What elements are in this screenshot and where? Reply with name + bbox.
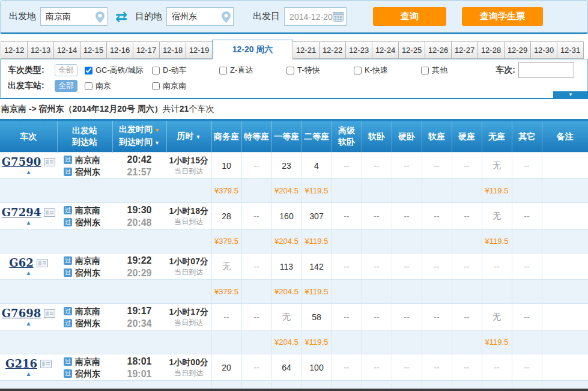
train-type-checkbox[interactable] — [85, 67, 92, 74]
column-header[interactable]: 出发时间▼到达时间▼ — [112, 120, 166, 153]
to-input[interactable] — [172, 12, 220, 22]
seat-availability: -- — [241, 253, 271, 280]
train-type-item[interactable]: D-动车 — [152, 65, 219, 76]
station-name: 宿州东 — [75, 216, 100, 228]
train-price-row: ¥379.5¥204.5¥119.5¥119.5 — [0, 229, 588, 253]
date-tab[interactable]: 12-31 — [557, 41, 584, 59]
column-header: 软卧 — [362, 120, 392, 153]
seat-price — [512, 280, 542, 304]
train-type-checkbox[interactable] — [421, 67, 429, 74]
arrive-day-note: 当日到达 — [166, 368, 211, 378]
train-number-link[interactable]: G7698 — [2, 307, 41, 320]
train-info-icon[interactable] — [44, 208, 55, 217]
train-type-checkbox[interactable] — [152, 67, 160, 74]
depart-station-checkbox[interactable] — [152, 82, 160, 90]
arrival-time: 20:29 — [112, 267, 166, 279]
date-tab[interactable]: 12-28 — [477, 41, 505, 59]
calendar-icon[interactable] — [333, 11, 344, 22]
date-tab[interactable]: 12-23 — [345, 41, 372, 59]
train-type-checkbox[interactable] — [219, 67, 227, 74]
query-student-button[interactable]: 查询学生票 — [462, 7, 543, 26]
expand-arrow[interactable]: ▲ — [0, 220, 57, 226]
date-tab[interactable]: 12-30 — [530, 41, 557, 59]
date-tab[interactable]: 12-22 — [319, 41, 346, 59]
date-tab[interactable]: 12-13 — [27, 41, 54, 59]
date-tab[interactable]: 12-27 — [451, 41, 478, 59]
train-number-link[interactable]: G7294 — [2, 206, 41, 219]
date-tab[interactable]: 12-24 — [372, 41, 399, 59]
train-type-item[interactable]: Z-直达 — [219, 65, 286, 76]
column-header-label: 特等座 — [244, 132, 269, 141]
train-info-icon[interactable] — [44, 309, 55, 318]
seat-availability: -- — [512, 253, 542, 280]
train-cell: G62▲ — [0, 253, 57, 280]
column-header-label: 备注 — [557, 132, 574, 141]
train-cell: G216▲ — [0, 354, 57, 381]
seat-availability: -- — [452, 203, 482, 229]
seat-availability: -- — [452, 253, 482, 280]
expand-arrow[interactable]: ▲ — [0, 270, 57, 276]
date-tab[interactable]: 12-12 — [1, 41, 28, 59]
train-number-link[interactable]: G7590 — [2, 156, 41, 168]
date-tab[interactable]: 12-15 — [80, 41, 107, 59]
train-info-icon[interactable] — [37, 259, 48, 267]
depart-station-checkbox[interactable] — [85, 82, 92, 90]
train-info-row: G7294▲过南京南过宿州东19:3020:481小时18分当日到达28--16… — [0, 203, 588, 229]
date-tab[interactable]: 12-14 — [53, 41, 80, 59]
train-number-link[interactable]: G216 — [5, 357, 37, 370]
depart-station-label: 出发车站: — [8, 80, 55, 91]
station-filter-list: 南京南京南 — [85, 80, 219, 91]
date-tab[interactable]: 12-18 — [159, 41, 186, 59]
date-tab[interactable]: 12-26 — [425, 41, 452, 59]
column-header[interactable]: 历时▼ — [166, 120, 211, 153]
train-type-item[interactable]: GC-高铁/城际 — [85, 65, 152, 76]
summary-count: 21 — [180, 104, 189, 114]
train-info-row: G216▲过南京南过宿州东18:0119:011小时00分当日到达20--641… — [0, 354, 588, 381]
train-code-input[interactable] — [518, 62, 574, 78]
train-number-line: G7294 — [0, 206, 57, 219]
train-number-link[interactable]: G62 — [9, 256, 33, 269]
query-button[interactable]: 查询 — [373, 7, 446, 26]
date-tab[interactable]: 12-21 — [292, 41, 320, 59]
date-tab[interactable]: 12-29 — [504, 41, 531, 59]
swap-stations-icon[interactable]: ⇄ — [115, 10, 127, 24]
station-all-button[interactable]: 全部 — [55, 80, 77, 92]
date-input[interactable] — [289, 12, 333, 22]
expand-arrow[interactable]: ▲ — [0, 169, 57, 175]
seat-availability: -- — [362, 153, 392, 179]
train-type-checkbox[interactable] — [286, 67, 294, 74]
seat-price — [362, 280, 392, 304]
date-tab-active[interactable]: 12-20 周六 — [212, 40, 293, 59]
depart-station-item[interactable]: 南京 — [85, 80, 152, 91]
date-tab[interactable]: 12-16 — [106, 41, 133, 59]
date-tab[interactable]: 12-25 — [398, 41, 425, 59]
location-pin-icon[interactable] — [95, 11, 105, 23]
seat-price: ¥379.5 — [211, 179, 241, 203]
expand-arrow[interactable]: ▲ — [0, 321, 57, 327]
date-tab[interactable]: 12-19 — [186, 41, 213, 59]
seat-availability: -- — [241, 354, 271, 381]
train-type-checkbox[interactable] — [354, 67, 362, 74]
seat-availability: 4 — [302, 153, 332, 179]
depart-station-item[interactable]: 南京南 — [152, 80, 219, 91]
seat-price — [422, 280, 452, 304]
type-all-button[interactable]: 全部 — [55, 64, 77, 76]
location-pin-icon[interactable] — [222, 11, 231, 23]
result-summary: 南京南 -> 宿州东（2014年12月20号 周六）共计21个车次 — [0, 99, 588, 119]
collapse-filter-button[interactable]: ▼ — [553, 91, 588, 99]
seat-price — [241, 330, 271, 354]
column-header-label: 软卧 — [338, 137, 355, 147]
pass-station-badge: 过 — [64, 268, 72, 277]
train-type-item[interactable]: 其他 — [421, 65, 488, 76]
from-input[interactable] — [46, 12, 94, 22]
train-type-item[interactable]: T-特快 — [286, 65, 354, 76]
train-info-icon[interactable] — [40, 360, 52, 368]
remark-price-cell — [542, 229, 588, 253]
train-type-item[interactable]: K-快速 — [354, 65, 421, 76]
seat-availability: -- — [422, 153, 452, 179]
pass-station-badge: 过 — [64, 357, 72, 366]
station-cell: 过南京南过宿州东 — [57, 304, 112, 330]
date-tab[interactable]: 12-17 — [133, 41, 160, 59]
train-info-icon[interactable] — [44, 158, 55, 166]
expand-arrow[interactable]: ▲ — [0, 371, 57, 377]
